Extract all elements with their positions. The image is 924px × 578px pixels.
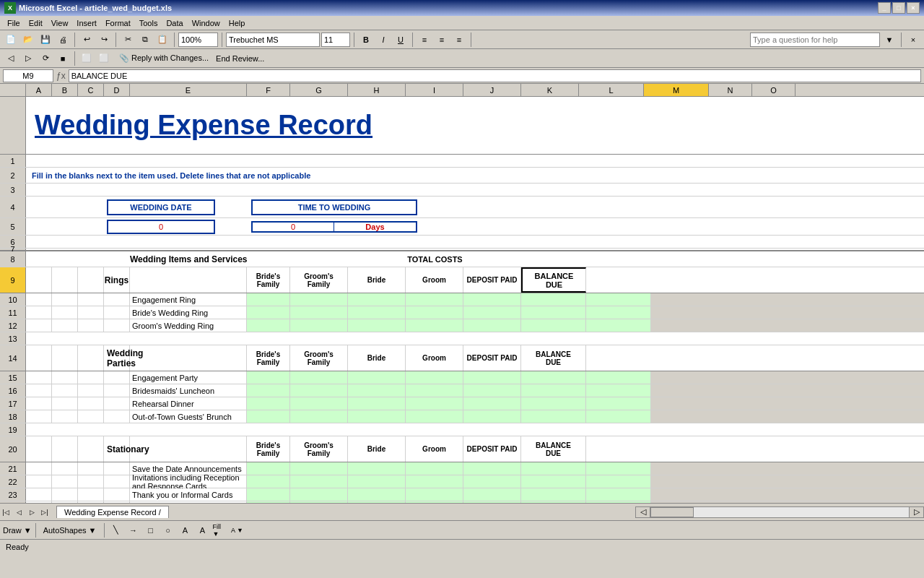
cell-11-F[interactable] — [247, 306, 290, 319]
row-header-11[interactable]: 11 — [0, 306, 26, 319]
cell-12-J[interactable] — [463, 319, 521, 332]
item-grooms-ring[interactable]: Groom's Wedding Ring — [130, 319, 247, 332]
cell-24-I[interactable] — [406, 501, 463, 503]
item-engagement-ring[interactable]: Engagement Ring — [130, 293, 247, 306]
cell-17-J[interactable] — [463, 397, 521, 410]
cell-11-J[interactable] — [463, 306, 521, 319]
cell-18-I[interactable] — [406, 410, 463, 423]
cell-22-I[interactable] — [406, 475, 463, 488]
cell-23-K[interactable] — [521, 488, 586, 501]
redo-button[interactable]: ↪ — [96, 32, 112, 48]
menu-window[interactable]: Window — [188, 18, 225, 28]
row-header-15[interactable]: 15 — [0, 371, 26, 384]
paste-button[interactable]: 📋 — [154, 32, 170, 48]
cell-15-I[interactable] — [406, 371, 463, 384]
row-header-8[interactable]: 8 — [0, 251, 26, 267]
cell-23-F[interactable] — [247, 488, 290, 501]
bold-button[interactable]: B — [358, 32, 374, 48]
item-postage[interactable]: Postage — [130, 501, 247, 503]
zoom-input[interactable]: 100% — [178, 33, 218, 47]
col-header-N[interactable]: N — [709, 84, 752, 96]
cell-15-K[interactable] — [521, 371, 586, 384]
cell-24-H[interactable] — [348, 501, 406, 503]
row-header-19[interactable]: 19 — [0, 423, 26, 436]
item-brides-ring[interactable]: Bride's Wedding Ring — [130, 306, 247, 319]
cell-17-H[interactable] — [348, 397, 406, 410]
tb2-btn1[interactable]: ◁ — [3, 51, 19, 66]
col-header-G[interactable]: G — [290, 84, 348, 96]
cell-21-J[interactable] — [463, 462, 521, 475]
cell-10-J[interactable] — [463, 293, 521, 306]
ellipse-tool[interactable]: ○ — [160, 522, 176, 538]
cell-16-F[interactable] — [247, 384, 290, 397]
print-button[interactable]: 🖨 — [55, 32, 71, 48]
scroll-track[interactable] — [650, 507, 909, 517]
row-header-18[interactable]: 18 — [0, 410, 26, 423]
sheet-last-button[interactable]: ▷| — [39, 506, 51, 518]
row-header-21[interactable]: 21 — [0, 462, 26, 475]
cell-16-G[interactable] — [290, 384, 348, 397]
cell-17-F[interactable] — [247, 397, 290, 410]
align-center-button[interactable]: ≡ — [434, 32, 450, 48]
cell-18-K[interactable] — [521, 410, 586, 423]
cell-12-F[interactable] — [247, 319, 290, 332]
menu-insert[interactable]: Insert — [72, 18, 101, 28]
cell-24-K[interactable] — [521, 501, 586, 503]
cell-11-L[interactable] — [586, 306, 651, 319]
font-select[interactable]: Trebuchet MS — [226, 33, 320, 47]
cell-22-J[interactable] — [463, 475, 521, 488]
cell-21-K[interactable] — [521, 462, 586, 475]
row-header-10[interactable]: 10 — [0, 293, 26, 306]
col-header-J[interactable]: J — [463, 84, 521, 96]
cell-15-F[interactable] — [247, 371, 290, 384]
menu-data[interactable]: Data — [162, 18, 187, 28]
cell-24-J[interactable] — [463, 501, 521, 503]
cell-10-I[interactable] — [406, 293, 463, 306]
cell-21-H[interactable] — [348, 462, 406, 475]
item-engagement-party[interactable]: Engagement Party — [130, 371, 247, 384]
sheet-nav-buttons[interactable]: |◁ ◁ ▷ ▷| — [0, 506, 51, 518]
tb2-btn3[interactable]: ⟳ — [38, 51, 53, 66]
cell-15-J[interactable] — [463, 371, 521, 384]
help-input[interactable]: Type a question for help — [750, 33, 880, 47]
item-out-of-town-brunch[interactable]: Out-of-Town Guests' Brunch — [130, 410, 247, 423]
formula-input[interactable]: BALANCE DUE — [69, 69, 921, 82]
cell-17-I[interactable] — [406, 397, 463, 410]
menu-tools[interactable]: Tools — [135, 18, 162, 28]
cell-18-G[interactable] — [290, 410, 348, 423]
row-header-5[interactable]: 5 — [0, 218, 26, 235]
row-header-3[interactable]: 3 — [0, 184, 26, 196]
menu-format[interactable]: Format — [101, 18, 135, 28]
scroll-right-button[interactable]: ▷ — [909, 507, 923, 517]
close-toolbar-button[interactable]: × — [905, 32, 921, 48]
cell-21-G[interactable] — [290, 462, 348, 475]
sheet-prev-button[interactable]: ◁ — [13, 506, 25, 518]
col-header-H[interactable]: H — [348, 84, 406, 96]
sheet-first-button[interactable]: |◁ — [0, 506, 12, 518]
underline-button[interactable]: U — [393, 32, 409, 48]
row-header-20[interactable]: 20 — [0, 436, 26, 462]
cell-11-K[interactable] — [521, 306, 586, 319]
sheet-tab-wedding[interactable]: Wedding Expense Record / — [56, 506, 169, 518]
cell-23-G[interactable] — [290, 488, 348, 501]
item-rehearsal-dinner[interactable]: Rehearsal Dinner — [130, 397, 247, 410]
help-arrow[interactable]: ▼ — [881, 32, 897, 48]
tb2-btn2[interactable]: ▷ — [20, 51, 36, 66]
cell-12-H[interactable] — [348, 319, 406, 332]
open-button[interactable]: 📂 — [20, 32, 36, 48]
cell-21-I[interactable] — [406, 462, 463, 475]
row-header-13[interactable]: 13 — [0, 332, 26, 345]
col-header-M[interactable]: M — [644, 84, 709, 96]
cell-23-H[interactable] — [348, 488, 406, 501]
arrow-tool[interactable]: → — [126, 522, 141, 538]
cell-10-L[interactable] — [586, 293, 651, 306]
scroll-left-button[interactable]: ◁ — [636, 507, 650, 517]
italic-button[interactable]: I — [375, 32, 391, 48]
cell-24-L[interactable] — [586, 501, 651, 503]
cell-12-K[interactable] — [521, 319, 586, 332]
new-button[interactable]: 📄 — [3, 32, 19, 48]
days-value-cell[interactable]: 0 — [253, 223, 334, 231]
cell-24-G[interactable] — [290, 501, 348, 503]
cell-18-L[interactable] — [586, 410, 651, 423]
balance-due-selected-cell[interactable]: BALANCEDUE — [521, 267, 586, 293]
